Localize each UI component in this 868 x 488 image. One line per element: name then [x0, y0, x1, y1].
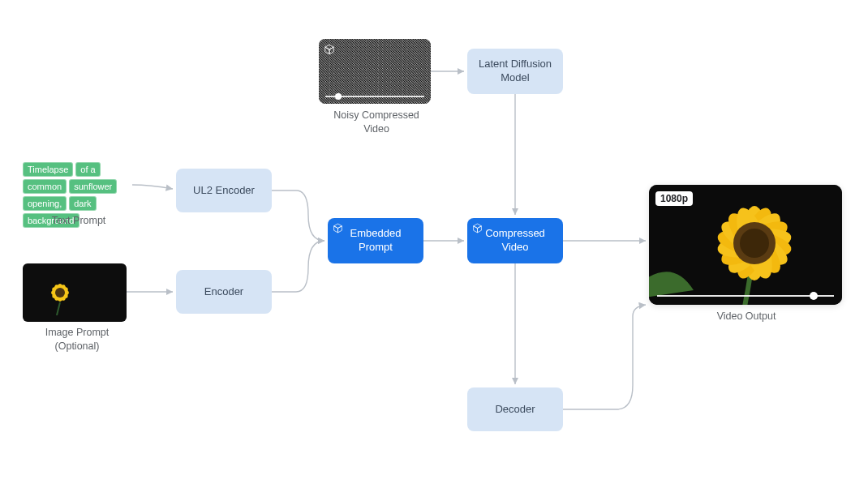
noisy-video-caption: Noisy Compressed Video: [324, 109, 428, 136]
resolution-badge: 1080p: [655, 191, 693, 206]
embedded-prompt-node: Embedded Prompt: [328, 218, 423, 263]
token: opening,: [23, 196, 67, 211]
sunflower-small-icon: [36, 275, 92, 315]
video-output: 1080p: [649, 185, 842, 305]
node-label: Decoder: [495, 403, 535, 417]
node-label: UL2 Encoder: [193, 184, 255, 198]
token: of a: [75, 162, 100, 177]
cube-icon: [324, 44, 335, 55]
svg-point-18: [740, 229, 769, 258]
svg-point-6: [55, 288, 65, 298]
noise-timeline: [325, 96, 424, 97]
node-label: Compressed Video: [485, 227, 545, 255]
latent-diffusion-node: Latent Diffusion Model: [467, 49, 563, 94]
cube-icon: [472, 223, 483, 233]
token: sunflower: [69, 179, 117, 194]
noisy-compressed-video: [319, 39, 431, 104]
ul2-encoder-node: UL2 Encoder: [176, 169, 272, 212]
video-output-caption: Video Output: [706, 310, 787, 323]
cube-icon: [333, 223, 343, 233]
image-prompt-caption: Image Prompt (Optional): [32, 326, 122, 353]
node-label: Embedded Prompt: [350, 227, 402, 255]
node-label: Encoder: [204, 285, 243, 299]
token: dark: [69, 196, 96, 211]
text-prompt-caption: Text Prompt: [42, 214, 115, 228]
node-label: Latent Diffusion Model: [479, 58, 552, 85]
encoder-node: Encoder: [176, 270, 272, 314]
decoder-node: Decoder: [467, 387, 563, 431]
image-prompt-thumbnail: [23, 263, 127, 322]
token: common: [23, 179, 67, 194]
token: Timelapse: [23, 162, 73, 177]
video-timeline: [657, 295, 834, 297]
compressed-video-node: Compressed Video: [467, 218, 563, 263]
